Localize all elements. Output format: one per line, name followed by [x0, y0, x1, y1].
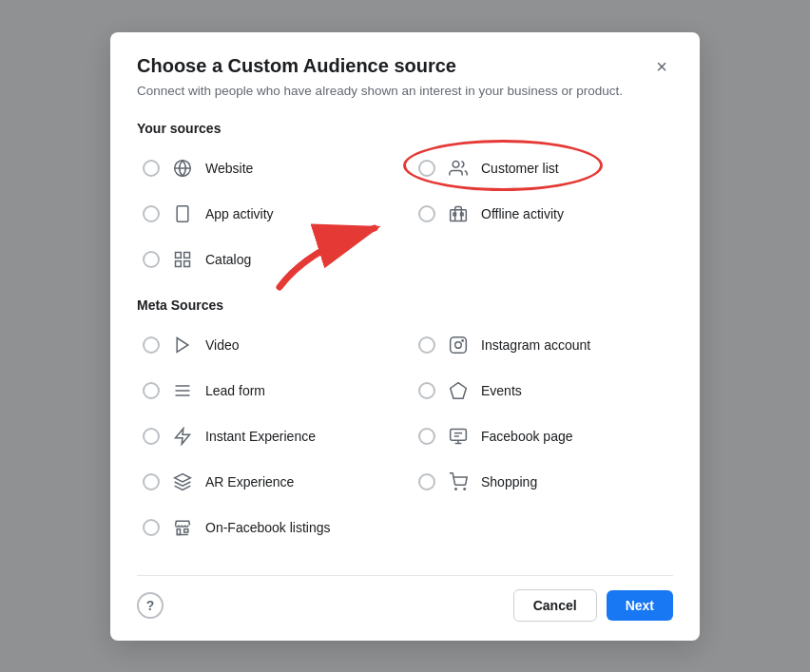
svg-marker-19 — [451, 382, 467, 398]
radio-website[interactable] — [143, 160, 160, 177]
source-lead-form[interactable]: Lead form — [137, 370, 397, 412]
radio-shopping[interactable] — [418, 473, 435, 490]
your-sources-section: Your sources Website — [137, 121, 673, 280]
svg-rect-13 — [451, 336, 467, 353]
source-website[interactable]: Website — [137, 147, 397, 189]
svg-point-14 — [455, 341, 462, 348]
your-sources-label: Your sources — [137, 121, 673, 136]
source-ar-experience[interactable]: AR Experience — [137, 461, 397, 503]
play-icon — [169, 332, 196, 358]
instagram-icon — [445, 332, 472, 358]
next-button[interactable]: Next — [607, 590, 673, 621]
footer-left: ? — [137, 592, 504, 619]
source-offline-activity[interactable]: Offline activity — [413, 193, 673, 235]
source-catalog-label: Catalog — [205, 252, 251, 267]
source-instant-experience[interactable]: Instant Experience — [137, 415, 397, 457]
fb-page-icon — [445, 423, 472, 450]
source-video[interactable]: Video — [137, 324, 397, 366]
svg-point-27 — [455, 488, 457, 490]
modal-overlay: Choose a Custom Audience source × Connec… — [0, 0, 810, 672]
meta-sources-section: Meta Sources Video — [137, 298, 673, 548]
bolt-icon — [169, 423, 196, 450]
source-ar-experience-label: AR Experience — [205, 474, 294, 490]
modal-header: Choose a Custom Audience source × — [137, 55, 673, 78]
radio-lead-form[interactable] — [143, 382, 160, 399]
modal-footer: ? Cancel Next — [137, 575, 673, 622]
lines-icon — [169, 377, 196, 404]
help-button[interactable]: ? — [137, 592, 164, 619]
meta-sources-grid: Video Instagram account — [137, 324, 673, 548]
store-icon — [169, 514, 196, 541]
your-sources-grid: Website Customer list — [137, 147, 673, 280]
source-events[interactable]: Events — [413, 370, 673, 412]
grid-icon — [169, 246, 196, 273]
source-shopping-label: Shopping — [481, 474, 537, 490]
cart-icon — [445, 469, 472, 495]
source-instagram-label: Instagram account — [481, 337, 590, 353]
source-instagram[interactable]: Instagram account — [413, 324, 673, 366]
radio-catalog[interactable] — [143, 251, 160, 268]
source-on-facebook-listings[interactable]: On-Facebook listings — [137, 507, 397, 548]
source-on-facebook-listings-label: On-Facebook listings — [205, 520, 331, 535]
source-offline-activity-label: Offline activity — [481, 206, 564, 221]
svg-point-28 — [464, 488, 466, 490]
mobile-icon — [169, 201, 196, 227]
svg-rect-30 — [184, 528, 188, 531]
source-instant-experience-label: Instant Experience — [205, 429, 316, 444]
source-app-activity[interactable]: App activity — [137, 193, 397, 235]
building-icon — [445, 201, 472, 227]
source-customer-list[interactable]: Customer list — [413, 147, 673, 189]
source-video-label: Video — [205, 337, 240, 353]
svg-point-15 — [462, 339, 463, 340]
source-lead-form-label: Lead form — [205, 383, 265, 398]
people-icon — [445, 155, 472, 182]
svg-point-2 — [453, 161, 459, 167]
radio-app-activity[interactable] — [143, 205, 160, 222]
radio-instagram[interactable] — [418, 336, 435, 354]
source-shopping[interactable]: Shopping — [413, 461, 673, 503]
svg-rect-29 — [177, 528, 180, 534]
radio-on-facebook-listings[interactable] — [143, 519, 160, 536]
svg-marker-20 — [176, 428, 190, 444]
cancel-button[interactable]: Cancel — [513, 589, 597, 622]
radio-offline-activity[interactable] — [418, 205, 435, 222]
source-facebook-page[interactable]: Facebook page — [413, 415, 673, 457]
svg-rect-10 — [176, 260, 182, 266]
radio-events[interactable] — [418, 382, 435, 399]
source-customer-list-label: Customer list — [481, 161, 559, 176]
svg-rect-11 — [184, 260, 190, 266]
radio-facebook-page[interactable] — [418, 428, 435, 445]
modal-subtitle: Connect with people who have already sho… — [137, 84, 673, 98]
source-website-label: Website — [205, 161, 253, 176]
ar-icon — [169, 469, 196, 495]
meta-sources-label: Meta Sources — [137, 298, 673, 313]
source-app-activity-label: App activity — [205, 206, 274, 221]
close-button[interactable]: × — [650, 55, 673, 78]
svg-rect-9 — [184, 252, 190, 258]
svg-rect-3 — [177, 205, 188, 221]
radio-customer-list[interactable] — [418, 160, 435, 177]
radio-instant-experience[interactable] — [143, 428, 160, 445]
source-catalog[interactable]: Catalog — [137, 239, 397, 280]
svg-rect-8 — [176, 252, 182, 258]
radio-ar-experience[interactable] — [143, 473, 160, 490]
svg-rect-21 — [451, 429, 467, 440]
radio-video[interactable] — [143, 336, 160, 354]
svg-rect-5 — [451, 209, 467, 221]
source-events-label: Events — [481, 383, 522, 398]
svg-marker-26 — [175, 473, 191, 481]
globe-icon — [169, 155, 196, 182]
diamond-icon — [445, 377, 472, 404]
modal-title: Choose a Custom Audience source — [137, 55, 456, 77]
svg-marker-12 — [177, 337, 188, 352]
modal-container: Choose a Custom Audience source × Connec… — [110, 32, 700, 641]
source-facebook-page-label: Facebook page — [481, 429, 573, 444]
